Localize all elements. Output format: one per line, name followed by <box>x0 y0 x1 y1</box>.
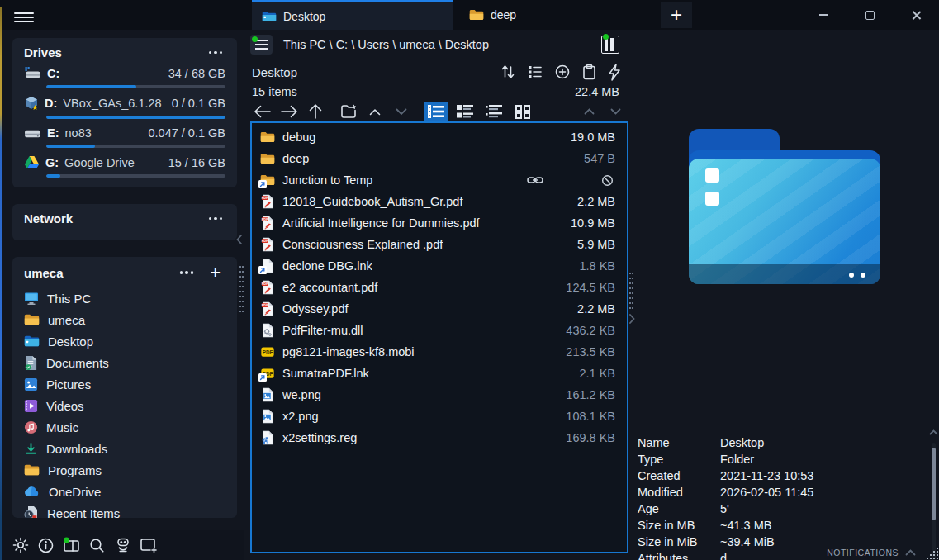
recent-folders-button[interactable] <box>338 102 359 121</box>
network-more-button[interactable] <box>206 212 226 225</box>
splitter-handle[interactable] <box>629 269 633 312</box>
sidebar-item-pictures[interactable]: Pictures <box>24 373 225 395</box>
sidebar-item-recent-items[interactable]: Recent Items <box>24 502 225 518</box>
virtualbox-drive-icon <box>24 96 39 111</box>
notifications-toggle[interactable]: NOTIFICATIONS <box>827 548 916 558</box>
breadcrumb-menu-icon[interactable] <box>250 35 273 55</box>
tab-deep[interactable]: deep <box>459 0 550 30</box>
drives-more-button[interactable] <box>206 46 226 59</box>
file-row-debug[interactable]: debug 19.0 MB <box>252 126 627 148</box>
scrollbar-up-icon[interactable] <box>929 429 938 435</box>
user-more-button[interactable] <box>177 266 197 279</box>
file-row[interactable]: Artificial Intelligence for Dummies.pdf … <box>252 212 627 234</box>
collapse-left-icon[interactable] <box>235 235 244 244</box>
minimize-button[interactable] <box>800 0 847 30</box>
file-size: 10.9 MB <box>571 216 615 230</box>
scrollbar-thumb[interactable] <box>932 448 936 520</box>
arrow-up-icon <box>309 103 322 120</box>
drive-usage-bar <box>46 145 225 148</box>
registry-file-icon <box>260 430 275 445</box>
lightning-icon[interactable] <box>608 64 621 81</box>
left-splitter[interactable] <box>238 30 244 560</box>
file-name: debug <box>282 131 563 144</box>
sort-icon[interactable] <box>500 64 516 80</box>
detail-label: Name <box>638 436 720 449</box>
previous-sibling-button[interactable] <box>364 102 386 121</box>
maximize-button[interactable] <box>847 0 893 30</box>
add-favorite-button[interactable]: + <box>205 264 225 281</box>
columns-toggle-icon[interactable] <box>601 36 619 54</box>
image-file-icon <box>260 409 275 424</box>
paste-icon[interactable] <box>581 64 597 81</box>
splitter-handle[interactable] <box>239 263 244 316</box>
up-button[interactable] <box>305 102 326 121</box>
file-row[interactable]: e2 accountant.pdf 124.5 KB <box>252 277 627 298</box>
file-row[interactable]: 12018_Guidebook_Autism_Gr.pdf 2.2 MB <box>252 191 627 212</box>
file-row[interactable]: x2settings.reg 169.8 KB <box>252 427 627 448</box>
file-row-deep[interactable]: deep 547 B <box>252 148 627 169</box>
sidebar-item-programs[interactable]: Programs <box>24 459 225 481</box>
detail-label: Size in MiB <box>638 535 720 548</box>
forward-button[interactable] <box>278 102 300 121</box>
view-details-button[interactable] <box>453 102 477 121</box>
title-bar: Desktop deep + <box>0 0 939 30</box>
details-scrollbar[interactable] <box>929 429 937 560</box>
settings-button[interactable] <box>7 533 33 558</box>
sidebar-item-documents[interactable]: Documents <box>24 352 225 373</box>
drive-row-e[interactable]: E: no83 0.047 / 0.1 GB <box>24 126 225 148</box>
hamburger-menu-button[interactable] <box>10 7 38 26</box>
app-window: Desktop deep + Drives C: 34 / 68 <box>0 0 939 560</box>
sidebar-item-videos[interactable]: Videos <box>24 395 225 416</box>
file-row[interactable]: Odyssey.pdf 2.2 MB <box>252 298 627 320</box>
tab-desktop[interactable]: Desktop <box>252 0 453 30</box>
view-list-button[interactable] <box>424 102 448 121</box>
drive-usage-bar <box>46 174 225 178</box>
file-row[interactable]: PdfFilter-mu.dll 436.2 KB <box>252 320 627 341</box>
view-grid-button[interactable] <box>510 102 535 121</box>
search-button[interactable] <box>84 533 110 558</box>
drive-row-g[interactable]: G: Google Drive 15 / 16 GB <box>24 155 225 178</box>
new-window-button[interactable] <box>135 533 161 558</box>
file-row[interactable]: SumatraPDF.lnk 2.1 KB <box>252 363 627 384</box>
next-sibling-button[interactable] <box>391 102 412 121</box>
view-content-button[interactable] <box>481 102 506 121</box>
drive-row-d[interactable]: D: VBox_GAs_6.1.28 0 / 0.1 GB <box>24 96 225 119</box>
sidebar-item-desktop[interactable]: Desktop <box>24 330 225 352</box>
detail-value: Folder <box>720 453 754 466</box>
automation-button[interactable] <box>110 533 135 558</box>
file-row[interactable]: Consciousness Explained .pdf 5.9 MB <box>252 234 627 255</box>
add-circle-icon[interactable] <box>554 64 571 80</box>
drive-row-c[interactable]: C: 34 / 68 GB <box>24 67 225 88</box>
breadcrumb[interactable]: This PC \ C: \ Users \ umeca \ Desktop <box>283 38 601 51</box>
resize-grip[interactable] <box>927 548 938 559</box>
sidebar-item-onedrive[interactable]: OneDrive <box>24 481 225 502</box>
sidebar-item-this-pc[interactable]: This PC <box>24 287 225 309</box>
detail-row: TypeFolder <box>638 451 918 467</box>
scroll-down-button[interactable] <box>605 102 626 121</box>
info-button[interactable] <box>33 533 59 558</box>
detail-value: ~39.4 MiB <box>720 535 775 548</box>
file-row-junction[interactable]: Junction to Temp <box>252 169 627 191</box>
drive-label: VBox_GAs_6.1.28 <box>63 97 165 110</box>
sidebar-item-downloads[interactable]: Downloads <box>24 438 225 459</box>
file-list[interactable]: debug 19.0 MB deep 547 B Junction to Tem… <box>250 121 628 553</box>
sidebar-item-umeca[interactable]: umeca <box>24 309 225 330</box>
navigation-row <box>252 101 628 122</box>
back-button[interactable] <box>252 102 273 121</box>
file-row[interactable]: pg8121-images-kf8.mobi 213.5 KB <box>252 341 627 363</box>
scroll-up-button[interactable] <box>578 102 600 121</box>
documents-icon <box>24 355 38 371</box>
right-splitter[interactable] <box>628 30 634 560</box>
close-button[interactable] <box>893 0 939 30</box>
pdf-icon <box>260 280 275 295</box>
checklist-icon[interactable] <box>527 64 543 80</box>
gear-icon <box>12 536 30 554</box>
file-name: declone DBG.lnk <box>282 259 571 273</box>
file-row[interactable]: x2.png 108.1 KB <box>252 406 627 427</box>
sidebar-item-music[interactable]: Music <box>24 416 225 438</box>
new-tab-button[interactable]: + <box>661 2 692 28</box>
io-queue-button[interactable] <box>59 533 84 558</box>
chevron-down-icon <box>610 108 621 115</box>
file-row[interactable]: declone DBG.lnk 1.8 KB <box>252 255 627 277</box>
file-row[interactable]: we.png 161.2 KB <box>252 384 627 406</box>
